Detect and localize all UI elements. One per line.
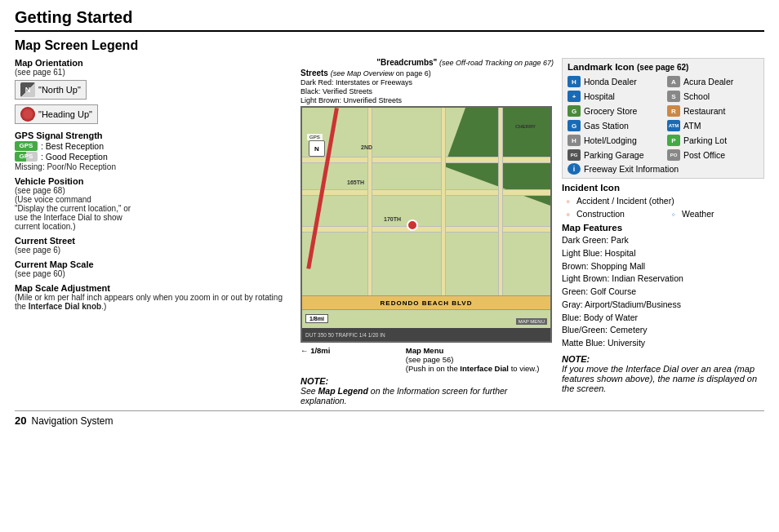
bottom-note: NOTE: See Map Legend on the Information …	[300, 376, 554, 406]
heading-up-box: "Heading Up"	[15, 104, 98, 124]
landmark-grocery: G Grocery Store	[568, 104, 659, 117]
map-road-v1	[367, 108, 372, 308]
post-office-icon: PO	[667, 149, 680, 161]
map-scale-adj-text: (Mile or km per half inch appears only w…	[15, 293, 292, 311]
vehicle-sub4: use the Interface Dial to show	[15, 213, 292, 222]
incident-accident: ⬦ Accident / Incident (other)	[562, 195, 764, 206]
grocery-icon: G	[568, 105, 581, 117]
incident-title: Incident Icon	[562, 183, 764, 193]
orientation-sub: (see page 61)	[15, 68, 292, 77]
map-scale-adj-label: ← 1/8mi	[300, 346, 399, 373]
hospital-label: Hospital	[584, 91, 615, 101]
weather-label: Weather	[682, 209, 714, 219]
map-scale-section: Current Map Scale (see page 60)	[15, 259, 292, 278]
gps-full-icon: GPS	[15, 141, 38, 151]
left-column: Map Orientation (see page 61) N "North U…	[15, 58, 292, 406]
right-column: Landmark Icon (see page 62) H Honda Deal…	[562, 58, 764, 406]
map-road-h3	[302, 226, 550, 233]
page-footer: 20 Navigation System	[15, 410, 764, 427]
map-road-v3	[498, 108, 503, 308]
landmark-honda: H Honda Dealer	[568, 75, 659, 88]
north-up-label: "North Up"	[38, 85, 81, 95]
streets-section: Streets (see Map Overview on page 6) Dar…	[300, 69, 554, 104]
heading-up-label: "Heading Up"	[38, 109, 92, 119]
landmark-grid: H Honda Dealer A Acura Dealer + Hospital…	[568, 75, 759, 162]
map-menu-button[interactable]: MAP MENU	[516, 318, 547, 325]
restaurant-label: Restaurant	[683, 106, 725, 116]
map-road-h2	[302, 189, 550, 196]
page-nav-label: Navigation System	[31, 415, 113, 427]
north-up-box: N "North Up"	[15, 80, 87, 100]
acura-icon: A	[667, 76, 680, 87]
vehicle-sub3: "Display the current location," or	[15, 204, 292, 213]
map-label-2nd: 2ND	[361, 144, 372, 150]
heading-icon	[20, 107, 35, 122]
gps-title: GPS Signal Strength	[15, 131, 292, 140]
atm-icon: ATM	[667, 120, 680, 131]
gps-good-row: GPS : Good Reception	[15, 152, 292, 162]
hotel-label: Hotel/Lodging	[584, 135, 637, 145]
school-label: School	[683, 91, 710, 101]
map-menu-label-section: Map Menu (see page 56) (Push in on the I…	[406, 346, 554, 373]
orientation-title: Map Orientation	[15, 58, 292, 68]
incident-construction: ⬦ Construction	[562, 208, 659, 219]
breadcrumbs-label: "Breadcrumbs" (see Off-road Tracking on …	[376, 58, 554, 67]
landmark-hospital: + Hospital	[568, 90, 659, 103]
map-scale-display: 1/8mi	[305, 314, 328, 323]
center-column: "Breadcrumbs" (see Off-road Tracking on …	[300, 58, 554, 406]
school-icon: S	[667, 91, 680, 102]
north-icon: N	[20, 82, 35, 97]
vehicle-section: Vehicle Position (see page 68) (Use voic…	[15, 176, 292, 231]
incident-section: Incident Icon ⬦ Accident / Incident (oth…	[562, 183, 764, 219]
landmark-hotel: H Hotel/Lodging	[568, 134, 659, 147]
landmark-title: Landmark Icon (see page 62)	[568, 62, 759, 72]
map-label-170th: 170TH	[384, 216, 401, 222]
map-features-title: Map Features	[562, 223, 764, 233]
page-number: 20	[15, 415, 26, 427]
freeway-icon: i	[568, 163, 581, 175]
weather-icon: ⬦	[667, 208, 679, 219]
freeway-row: i Freeway Exit Information	[568, 163, 759, 175]
map-compass: N	[309, 140, 325, 157]
vehicle-sub5: current location.)	[15, 222, 292, 231]
gas-label: Gas Station	[584, 121, 629, 131]
below-map-labels: ← 1/8mi Map Menu (see page 56) (Push in …	[300, 346, 554, 373]
landmark-gas: G Gas Station	[568, 119, 659, 132]
map-main-road-label: REDONDO BEACH BLVD	[302, 295, 550, 310]
landmark-post-office: PO Post Office	[667, 149, 759, 162]
section-title: Map Screen Legend	[15, 38, 764, 53]
map-label-cherry: CHERRY	[515, 124, 536, 129]
acura-label: Acura Dealer	[683, 77, 733, 86]
map-vehicle-marker	[407, 219, 418, 231]
map-road-v2	[441, 108, 446, 308]
right-note: NOTE: If you move the Interface Dial ove…	[562, 354, 764, 393]
honda-label: Honda Dealer	[584, 77, 637, 86]
map-label-165th: 165TH	[347, 180, 364, 185]
gps-half-icon: GPS	[15, 152, 38, 162]
gas-icon: G	[568, 120, 581, 131]
construction-label: Construction	[576, 209, 625, 219]
gps-section: GPS Signal Strength GPS : Best Reception…	[15, 131, 292, 171]
parking-garage-icon: PG	[568, 149, 581, 161]
gps-best-row: GPS : Best Reception	[15, 141, 292, 151]
map-scale-adj-section: Map Scale Adjustment (Mile or km per hal…	[15, 283, 292, 311]
page-title: Getting Started	[15, 8, 764, 32]
freeway-label: Freeway Exit Information	[584, 164, 679, 174]
honda-icon: H	[568, 76, 581, 87]
vehicle-sub1: (see page 68)	[15, 186, 292, 195]
gps-missing-label: Missing: Poor/No Reception	[15, 162, 292, 171]
atm-label: ATM	[683, 121, 701, 131]
grocery-label: Grocery Store	[584, 106, 637, 116]
parking-lot-label: Parking Lot	[683, 135, 727, 145]
restaurant-icon: R	[667, 105, 680, 117]
landmark-parking-lot: P Parking Lot	[667, 134, 759, 147]
accident-icon: ⬦	[562, 195, 573, 206]
map-image: 2ND 165TH 170TH CHERRY GPS N 1/8mi MAP M…	[300, 106, 552, 343]
map-traffic-bar: DUT 350 50 TRAFFIC 1/4 1/20 IN	[302, 328, 550, 341]
current-street-section: Current Street (see page 6)	[15, 236, 292, 255]
landmark-acura: A Acura Dealer	[667, 75, 759, 88]
post-office-label: Post Office	[683, 150, 725, 160]
current-street-title: Current Street	[15, 236, 292, 246]
landmark-school: S School	[667, 90, 759, 103]
gps-best-label: : Best Reception	[41, 141, 104, 151]
